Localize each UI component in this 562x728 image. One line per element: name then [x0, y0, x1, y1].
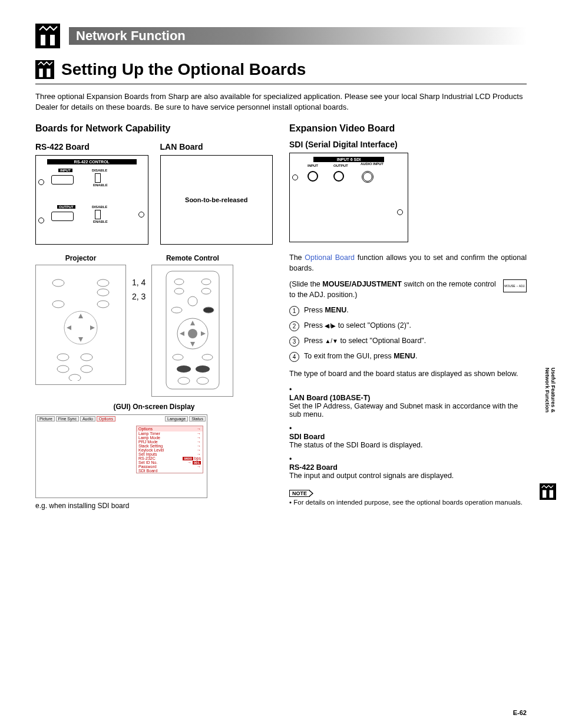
svg-marker-9 [67, 325, 71, 330]
svg-point-18 [57, 365, 69, 373]
svg-point-19 [81, 365, 92, 373]
boards-heading: Boards for Network Capability [35, 123, 273, 134]
bnc-port [308, 171, 318, 182]
board-bullets: • LAN Board (10BASE-T)Set the IP Address… [289, 386, 527, 480]
svg-point-23 [188, 329, 197, 338]
svg-point-32 [188, 297, 197, 306]
options-panel: Options→ Lamp Timer→ Lamp Mode→ PRJ Mode… [136, 426, 203, 473]
db9-port [51, 212, 74, 221]
proj-remote-row: Projector [35, 254, 273, 397]
optional-board-link: Optional Board [305, 253, 355, 262]
svg-rect-4 [39, 68, 42, 77]
svg-point-34 [203, 307, 214, 313]
title-row: Setting Up the Optional Boards [35, 60, 527, 79]
switch-instruction: (Slide the MOUSE/ADJUSTMENT switch on th… [289, 279, 527, 300]
svg-point-38 [196, 365, 210, 373]
projector-label: Projector [35, 254, 126, 262]
lan-board-diagram: Soon-to-be-released [160, 155, 273, 245]
bullet-sdi: • SDI BoardThe status of the SDI Board i… [289, 424, 527, 449]
left-column: Boards for Network Capability RS-422 Boa… [35, 121, 273, 510]
bullet-rs422: • RS-422 BoardThe input and output contr… [289, 455, 527, 480]
switch-icon [95, 173, 101, 183]
banner: Network Function [69, 27, 527, 45]
status-text: The type of board and the board status a… [289, 369, 527, 380]
svg-marker-7 [78, 314, 83, 318]
note-tag: NOTE [289, 490, 310, 497]
note-block: NOTE • For details on intended purpose, … [289, 487, 527, 506]
sdi-heading: SDI (Serial Digital Interface) [289, 140, 527, 149]
svg-point-30 [174, 288, 184, 294]
svg-point-36 [202, 354, 213, 360]
svg-point-31 [201, 288, 211, 294]
screw-icon [397, 209, 403, 215]
svg-marker-27 [201, 331, 206, 336]
svg-point-14 [52, 301, 64, 308]
expansion-heading: Expansion Video Board [289, 123, 527, 134]
svg-point-12 [97, 279, 109, 286]
svg-marker-26 [180, 331, 184, 336]
gui-tabs: Picture Fine Sync Audio Options Language… [36, 415, 207, 423]
svg-point-39 [178, 377, 190, 384]
boards-row: RS-422 Board RS-422 CONTROL INPUT DISABL… [35, 140, 273, 245]
rs422-board-diagram: RS-422 CONTROL INPUT DISABLE ENABLE OUTP… [35, 155, 148, 245]
screw-icon [38, 218, 44, 223]
right-column: Expansion Video Board SDI (Serial Digita… [289, 121, 527, 510]
remote-panel-wrap: Remote Control [151, 254, 233, 397]
svg-point-11 [52, 279, 64, 286]
side-tab: Useful Features &Network Function [544, 367, 556, 413]
step-1: 1Press MENU. [289, 306, 527, 316]
gui-title: (GUI) On-screen Display [35, 403, 273, 411]
svg-point-17 [81, 354, 92, 361]
lan-text: Soon-to-be-released [185, 196, 247, 203]
svg-point-20 [69, 374, 81, 381]
step-4: 4To exit from the GUI, press MENU. [289, 352, 527, 362]
side-projector-icon [540, 483, 556, 500]
svg-rect-2 [50, 35, 55, 45]
svg-point-13 [97, 289, 109, 296]
page-title: Setting Up the Optional Boards [61, 60, 306, 79]
steps-list: 1Press MENU. 2Press ◀/▶ to select "Optio… [289, 306, 527, 362]
screw-icon [138, 212, 144, 218]
screw-icon [292, 174, 298, 180]
bnc-port [333, 171, 344, 182]
gui-screenshot: Picture Fine Sync Audio Options Language… [35, 414, 207, 498]
svg-point-29 [201, 279, 211, 285]
gui-caption: e.g. when installing SDI board [35, 502, 273, 510]
remote-label: Remote Control [151, 254, 233, 262]
two-columns: Boards for Network Capability RS-422 Boa… [35, 121, 527, 510]
svg-rect-1 [41, 35, 45, 45]
header-row: Network Function [35, 24, 527, 48]
svg-point-35 [173, 354, 183, 360]
bullet-lan: • LAN Board (10BASE-T)Set the IP Address… [289, 386, 527, 419]
svg-marker-24 [190, 321, 195, 325]
svg-point-16 [57, 354, 69, 361]
svg-marker-8 [78, 337, 83, 342]
note-text: • For details on intended purpose, see t… [289, 499, 527, 506]
lan-heading: LAN Board [160, 142, 273, 151]
screw-icon [38, 179, 44, 185]
step-2: 2Press ◀/▶ to select "Options (2)". [289, 321, 527, 331]
projector-panel-wrap: Projector [35, 254, 126, 385]
db9-port [51, 175, 74, 185]
rs422-heading: RS-422 Board [35, 142, 148, 151]
up-down-arrows-icon: ▲/▼ [325, 338, 338, 344]
svg-marker-10 [90, 325, 95, 330]
remote-panel [151, 265, 233, 397]
projector-icon-small [35, 60, 54, 79]
step-3: 3Press ▲/▼ to select "Optional Board". [289, 337, 527, 347]
svg-point-33 [171, 307, 182, 313]
svg-point-40 [197, 377, 209, 384]
svg-point-28 [174, 279, 184, 285]
mouse-adj-switch-icon: MOUSE→ADJ. [503, 279, 527, 292]
rca-port [362, 171, 373, 183]
lan-col: LAN Board Soon-to-be-released [160, 140, 273, 245]
intro-text: Three optional Expansion Boards from Sha… [35, 91, 527, 113]
projector-panel [35, 265, 126, 385]
callout-numbers: 1, 4 2, 3 [132, 254, 146, 301]
svg-marker-25 [190, 342, 195, 347]
svg-point-37 [177, 365, 191, 373]
svg-rect-5 [47, 68, 50, 77]
left-right-arrows-icon: ◀/▶ [325, 322, 336, 329]
optional-board-text: The Optional Board function allows you t… [289, 253, 527, 274]
banner-title: Network Function [76, 28, 186, 44]
